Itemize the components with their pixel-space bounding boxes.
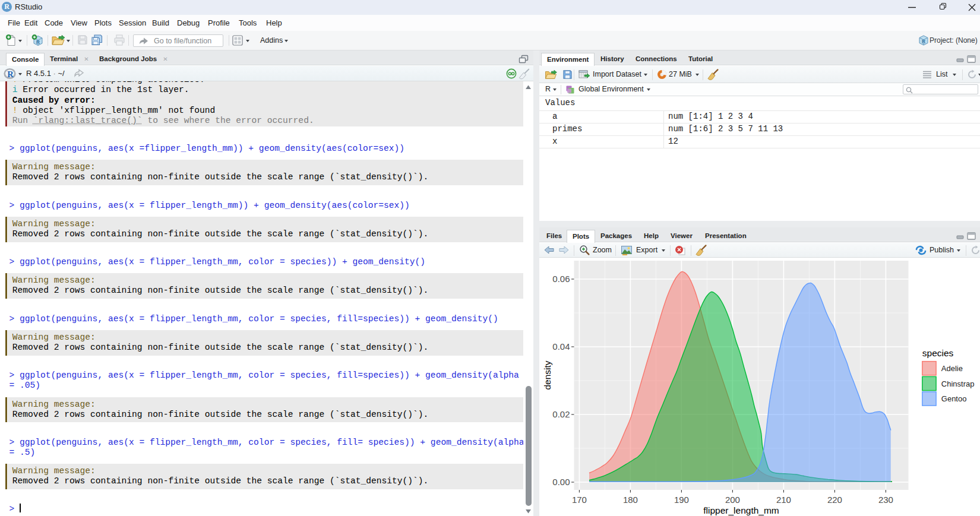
svg-text:flipper_length_mm: flipper_length_mm (703, 505, 779, 515)
svg-text:species: species (922, 348, 954, 358)
svg-text:0.00: 0.00 (552, 477, 570, 487)
svg-text:230: 230 (878, 495, 893, 505)
svg-text:Adelie: Adelie (941, 364, 963, 373)
svg-text:density: density (542, 360, 552, 390)
svg-text:170: 170 (572, 495, 587, 505)
svg-text:190: 190 (674, 495, 689, 505)
svg-text:Chinstrap: Chinstrap (941, 379, 975, 388)
svg-text:R: R (7, 69, 14, 79)
svg-text:R: R (922, 39, 925, 45)
svg-text:200: 200 (725, 495, 740, 505)
svg-text:180: 180 (623, 495, 638, 505)
svg-text:220: 220 (827, 495, 842, 505)
svg-text:210: 210 (776, 495, 791, 505)
svg-text:0.04: 0.04 (552, 341, 570, 352)
svg-text:Gentoo: Gentoo (941, 394, 967, 403)
svg-text:R: R (36, 39, 40, 45)
svg-text:0.06: 0.06 (552, 274, 570, 284)
svg-text:0.02: 0.02 (552, 409, 570, 419)
